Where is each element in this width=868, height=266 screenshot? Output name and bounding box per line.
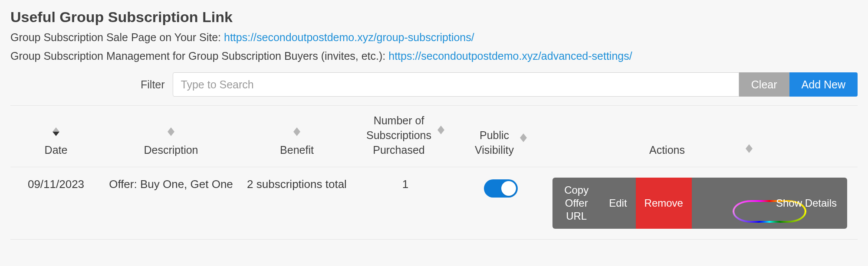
svg-marker-10 [746,144,753,149]
col-actions-label: Actions [649,143,685,158]
sort-icon[interactable] [437,126,444,134]
copy-offer-url-button[interactable]: Copy Offer URL [552,178,600,229]
col-number-purchased[interactable]: Number of Subscriptions Purchased [353,106,457,167]
svg-marker-7 [437,130,444,134]
table-row: 09/11/2023 Offer: Buy One, Get One 2 sub… [10,167,858,240]
cell-benefit: 2 subscriptions total [240,167,353,240]
visibility-toggle[interactable] [484,179,518,198]
sort-icon[interactable] [746,144,753,153]
filter-input[interactable] [173,72,739,97]
svg-marker-8 [520,133,527,138]
cell-visibility [457,167,544,240]
svg-marker-3 [168,132,174,136]
management-link[interactable]: https://secondoutpostdemo.xyz/advanced-s… [388,50,632,62]
remove-button[interactable]: Remove [636,178,692,229]
col-date[interactable]: Date [10,106,102,167]
cell-date: 09/11/2023 [10,167,102,240]
sale-page-line: Group Subscription Sale Page on Your Sit… [10,30,858,45]
col-number-label: Number of Subscriptions Purchased [366,114,431,157]
management-line: Group Subscription Management for Group … [10,49,858,64]
svg-marker-11 [746,149,753,153]
col-description[interactable]: Description [102,106,240,167]
page-title: Useful Group Subscription Link [10,9,858,26]
sort-icon[interactable] [520,133,527,142]
sort-icon[interactable] [168,127,174,136]
cell-actions: Copy Offer URL Edit Remove Show Details [544,167,858,240]
col-benefit[interactable]: Benefit [240,106,353,167]
cell-description: Offer: Buy One, Get One [102,167,240,240]
sort-icon[interactable] [293,127,300,136]
edit-button[interactable]: Edit [600,178,635,229]
sale-page-prefix: Group Subscription Sale Page on Your Sit… [10,31,224,43]
svg-marker-4 [293,127,300,132]
show-details-button[interactable]: Show Details [692,178,847,229]
sale-page-link[interactable]: https://secondoutpostdemo.xyz/group-subs… [224,31,474,43]
svg-marker-1 [53,132,59,136]
svg-marker-6 [437,126,444,130]
filter-toolbar: Filter Clear Add New [10,72,858,97]
svg-marker-2 [168,127,174,132]
toggle-knob [501,181,516,196]
offers-table: Date Description Ben [10,105,858,240]
sort-icon[interactable] [53,127,59,136]
action-button-group: Copy Offer URL Edit Remove Show Details [552,178,847,229]
col-benefit-label: Benefit [280,143,314,158]
add-new-button[interactable]: Add New [789,72,858,97]
col-visibility-label: Public Visibility [475,128,514,158]
management-prefix: Group Subscription Management for Group … [10,50,388,62]
svg-marker-0 [53,127,59,132]
col-description-label: Description [144,143,198,158]
svg-marker-5 [293,132,300,136]
svg-marker-9 [520,138,527,142]
col-actions[interactable]: Actions [544,106,858,167]
col-visibility[interactable]: Public Visibility [457,106,544,167]
col-date-label: Date [45,143,68,158]
cell-number: 1 [353,167,457,240]
show-details-label: Show Details [776,197,837,210]
filter-label: Filter [141,78,165,91]
clear-button[interactable]: Clear [739,72,789,97]
